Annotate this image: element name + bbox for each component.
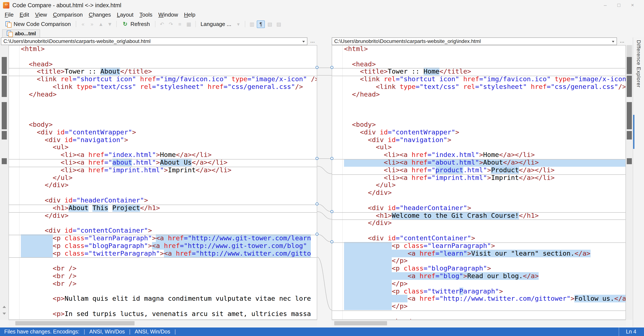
code-line[interactable]: <p>Nullam quis elit id magna condimentum…	[21, 295, 317, 303]
code-line[interactable]: <div id="navigation">	[344, 136, 626, 144]
word-wrap-icon[interactable]: ▨	[275, 20, 283, 28]
left-change-map[interactable]	[0, 45, 8, 320]
code-line[interactable]: <li><a href="about.html">About Us</a></l…	[21, 159, 317, 167]
code-line[interactable]: <div id="navigation">	[21, 136, 317, 144]
code-line[interactable]: </ul>	[344, 182, 626, 189]
options-icon[interactable]: ▦	[185, 20, 193, 28]
refresh-button[interactable]: ↻Refresh	[119, 20, 153, 28]
code-line[interactable]	[21, 288, 317, 295]
diff-change-marker[interactable]	[330, 240, 334, 243]
minimize-button[interactable]: –	[602, 2, 609, 8]
code-line[interactable]: <link type="text/css" rel="stylesheet" h…	[344, 83, 626, 91]
code-line[interactable]: <title>Tower :: About</title>	[21, 68, 317, 76]
code-line[interactable]: <div id="headerContainer">	[344, 204, 626, 212]
code-line[interactable]: <li><a href="index.html">Home</a></li>	[21, 151, 317, 159]
menu-item-tools[interactable]: Tools	[136, 11, 156, 19]
code-line[interactable]	[21, 303, 317, 311]
diff-change-marker[interactable]	[330, 210, 334, 213]
code-line[interactable]: </div>	[21, 182, 317, 189]
code-line[interactable]: <br />	[21, 265, 317, 273]
vertical-split-icon[interactable]: ▥	[248, 20, 256, 28]
code-line[interactable]: <head>	[21, 61, 317, 68]
chevron-down-icon[interactable]	[612, 41, 614, 42]
code-line[interactable]	[21, 189, 317, 197]
code-line[interactable]: <br />	[344, 318, 626, 320]
right-browse-button[interactable]: ...	[618, 37, 626, 45]
code-line[interactable]: <body>	[21, 121, 317, 129]
code-line[interactable]	[344, 53, 626, 61]
code-pane-left[interactable]: <html> <head> <title>Tower :: About</tit…	[8, 45, 317, 320]
code-line[interactable]: <div id="headerContainer">	[21, 197, 317, 205]
code-line[interactable]: </div>	[344, 189, 626, 197]
menu-item-layout[interactable]: Layout	[114, 11, 136, 19]
code-line[interactable]	[344, 227, 626, 235]
redo-icon[interactable]: ↷	[167, 20, 175, 28]
code-line[interactable]: <link rel="shortcut icon" href="img/favi…	[344, 76, 626, 83]
merge-icon[interactable]: ≡	[176, 20, 184, 28]
code-line[interactable]: <title>Tower :: Home</title>	[344, 68, 626, 76]
menu-item-edit[interactable]: Edit	[16, 11, 32, 19]
diff-change-marker[interactable]	[316, 202, 318, 205]
code-line[interactable]: <p class="learnParagraph"><a href="http:…	[21, 235, 317, 242]
new-code-comparison-button[interactable]: New Code Comparison	[2, 20, 74, 28]
code-line[interactable]: <ul>	[344, 144, 626, 152]
code-line[interactable]: </div>	[344, 220, 626, 227]
code-line[interactable]: <html>	[344, 45, 626, 53]
right-code-editor[interactable]: <html> <head> <title>Tower :: Home</titl…	[332, 45, 626, 320]
diff-change-marker[interactable]	[316, 233, 318, 236]
code-line[interactable]	[21, 114, 317, 121]
code-line[interactable]	[21, 318, 317, 320]
menu-item-comparison[interactable]: Comparison	[50, 11, 86, 19]
code-line[interactable]: <p class="twitterParagraph"><a href="htt…	[21, 250, 317, 258]
code-line[interactable]: <h1>Welcome to the Git Crash Course!</h1…	[344, 212, 626, 220]
menu-item-view[interactable]: View	[32, 11, 50, 19]
code-line[interactable]: <p class="learnParagraph">	[344, 242, 626, 250]
difference-explorer-tab[interactable]: Difference Explorer	[633, 37, 644, 327]
code-line[interactable]: <link rel="shortcut icon" href="img/favi…	[21, 76, 317, 83]
left-code-editor[interactable]: <html> <head> <title>Tower :: About</tit…	[9, 45, 317, 320]
code-line[interactable]: </head>	[344, 91, 626, 99]
map-scroll-down-icon[interactable]	[2, 313, 6, 315]
left-file-path-combo[interactable]: C:\Users\brunobrito\Documents\carparts-w…	[1, 37, 308, 45]
code-line[interactable]: <p>In sed turpis luctus, venenatis arcu …	[21, 311, 317, 318]
map-scroll-up-icon[interactable]	[2, 306, 6, 308]
maximize-button[interactable]: □	[616, 2, 622, 8]
code-line[interactable]: <li><a href="about.html">About</a></li>	[344, 159, 626, 167]
code-line[interactable]	[344, 311, 626, 318]
code-line[interactable]: <br />	[21, 273, 317, 280]
next-difference-icon[interactable]: »	[88, 20, 96, 28]
code-pane-right[interactable]: <html> <head> <title>Tower :: Home</titl…	[332, 45, 626, 320]
code-line[interactable]: <li><a href="imprint.html">Imprint</a></…	[21, 167, 317, 174]
right-horizontal-scrollbar[interactable]	[332, 320, 626, 326]
code-line[interactable]: </p>	[344, 280, 626, 288]
code-line[interactable]: <h1>About This Project</h1>	[21, 204, 317, 212]
code-line[interactable]: </div>	[21, 212, 317, 220]
code-line[interactable]: <a href="http://www.twitter.com/gittower…	[344, 295, 626, 303]
code-line[interactable]: <a href="learn">Visit our "learn" sectio…	[344, 250, 626, 258]
diff-change-marker[interactable]	[330, 157, 334, 160]
menu-item-changes[interactable]: Changes	[86, 11, 114, 19]
code-line[interactable]: <br />	[21, 280, 317, 288]
code-line[interactable]: <body>	[344, 121, 626, 129]
hscroll-thumb[interactable]	[15, 321, 134, 325]
menu-item-window[interactable]: Window	[156, 11, 181, 19]
right-change-map[interactable]	[626, 45, 633, 320]
code-line[interactable]: <html>	[21, 45, 317, 53]
left-browse-button[interactable]: ...	[308, 37, 317, 45]
code-line[interactable]	[21, 53, 317, 61]
code-line[interactable]: <li><a href="imprint.html">Imprint</a></…	[344, 174, 626, 182]
code-line[interactable]: <div id="contentWrapper">	[344, 129, 626, 137]
code-line[interactable]: <head>	[344, 61, 626, 68]
code-line[interactable]: <a href="blog">Read our blog.</a>	[344, 273, 626, 280]
undo-icon[interactable]: ↶	[158, 20, 166, 28]
code-line[interactable]: </p>	[344, 303, 626, 311]
ignore-whitespace-icon[interactable]: ▧	[266, 20, 274, 28]
left-horizontal-scrollbar[interactable]	[8, 320, 317, 326]
code-line[interactable]	[21, 106, 317, 114]
code-line[interactable]: <div id="contentContainer">	[21, 227, 317, 235]
code-line[interactable]: <ul>	[21, 144, 317, 152]
code-line[interactable]: <p class="blogParagraph">	[344, 265, 626, 273]
right-file-path-combo[interactable]: C:\Users\brunobrito\Documents\carparts-w…	[332, 37, 617, 45]
code-line[interactable]	[21, 98, 317, 106]
code-line[interactable]	[21, 258, 317, 265]
